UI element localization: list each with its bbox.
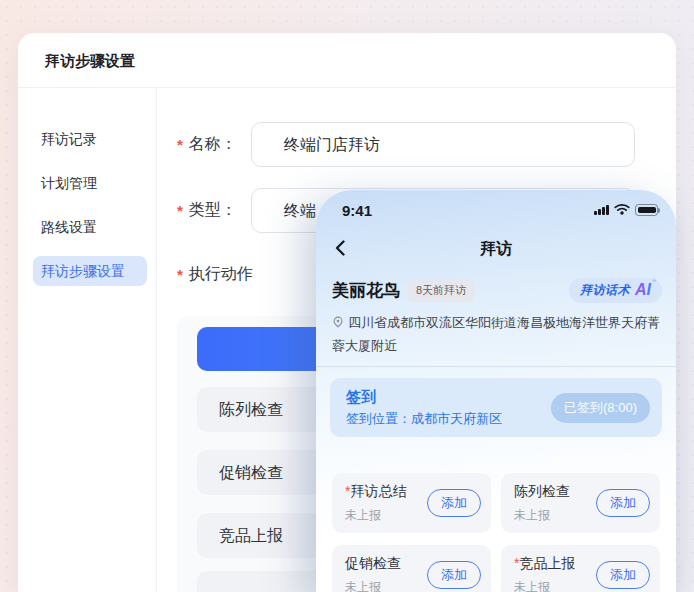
- page-background: 拜访步骤设置 拜访记录 计划管理 路线设置 拜访步骤设置 * 名称： 终端门店拜…: [0, 0, 694, 592]
- checkin-card: 签到 签到位置：成都市天府新区 已签到(8:00): [330, 378, 662, 437]
- status-icons: [594, 201, 658, 219]
- task-status: 未上报: [514, 507, 550, 524]
- task-card-competitor-report: *竞品上报 未上报 添加: [501, 545, 660, 592]
- name-input[interactable]: 终端门店拜访: [251, 122, 635, 167]
- address-text: 四川省成都市双流区华阳街道海昌极地海洋世界天府菁蓉大厦附近: [332, 315, 660, 353]
- task-card-promo-check: 促销检查 未上报 添加: [332, 545, 491, 592]
- ai-talk-button[interactable]: 拜访话术 AI✦: [569, 278, 662, 303]
- name-field-label: 名称：: [189, 134, 237, 155]
- checkin-location-label: 签到位置：: [346, 411, 411, 426]
- add-button[interactable]: 添加: [427, 489, 481, 517]
- required-asterisk: *: [177, 266, 183, 283]
- task-title: *拜访总结: [345, 483, 406, 501]
- signal-icon: [594, 205, 609, 215]
- sparkle-icon: ✦: [651, 277, 657, 284]
- required-asterisk: *: [177, 136, 183, 153]
- add-button[interactable]: 添加: [596, 561, 650, 589]
- phone-page-title: 拜访: [316, 236, 676, 262]
- sidebar-item-visit-step-settings[interactable]: 拜访步骤设置: [33, 256, 147, 286]
- task-status: 未上报: [514, 579, 550, 592]
- sidebar-item-plan-management[interactable]: 计划管理: [33, 168, 147, 198]
- page-title: 拜访步骤设置: [18, 33, 676, 88]
- required-asterisk: *: [177, 202, 183, 219]
- phone-statusbar: 9:41: [342, 200, 658, 220]
- add-button[interactable]: 添加: [596, 489, 650, 517]
- last-visit-badge: 8天前拜访: [408, 279, 474, 302]
- status-time: 9:41: [342, 202, 372, 219]
- sidebar-item-route-settings[interactable]: 路线设置: [33, 212, 147, 242]
- checkin-location-value: 成都市天府新区: [411, 411, 502, 426]
- actions-section-label: * 执行动作: [177, 264, 253, 285]
- store-address: 四川省成都市双流区华阳街道海昌极地海洋世界天府菁蓉大厦附近: [332, 312, 664, 357]
- phone-mockup: 9:41: [316, 190, 676, 592]
- actions-label-text: 执行动作: [189, 264, 253, 285]
- ai-logo-icon: AI✦: [635, 282, 651, 298]
- phone-nav-bar: 拜访: [316, 236, 676, 262]
- sidebar-item-visit-records[interactable]: 拜访记录: [33, 124, 147, 154]
- battery-icon: [635, 204, 658, 216]
- checked-in-button[interactable]: 已签到(8:00): [551, 393, 650, 423]
- wifi-icon: [614, 201, 630, 219]
- ai-talk-label: 拜访话术: [580, 282, 630, 299]
- name-field-row: * 名称： 终端门店拜访: [177, 122, 635, 167]
- task-card-visit-summary: *拜访总结 未上报 添加: [332, 473, 491, 533]
- task-title: 促销检查: [345, 555, 401, 573]
- task-title: 陈列检查: [514, 483, 570, 501]
- task-title: *竞品上报: [514, 555, 575, 573]
- location-pin-icon: [332, 313, 344, 335]
- task-card-display-check: 陈列检查 未上报 添加: [501, 473, 660, 533]
- sidebar: 拜访记录 计划管理 路线设置 拜访步骤设置: [18, 88, 157, 591]
- checkin-location: 签到位置：成都市天府新区: [346, 410, 502, 428]
- store-header-row: 美丽花鸟 8天前拜访 拜访话术 AI✦: [332, 276, 662, 304]
- task-grid: *拜访总结 未上报 添加 陈列检查 未上报 添加 促销检查 未上报 添加 *竞品…: [332, 473, 660, 592]
- checkin-title: 签到: [346, 388, 376, 407]
- section-divider: [316, 366, 676, 367]
- add-button[interactable]: 添加: [427, 561, 481, 589]
- type-field-label: 类型：: [189, 200, 237, 221]
- store-name: 美丽花鸟: [332, 279, 400, 302]
- task-status: 未上报: [345, 507, 381, 524]
- task-status: 未上报: [345, 579, 381, 592]
